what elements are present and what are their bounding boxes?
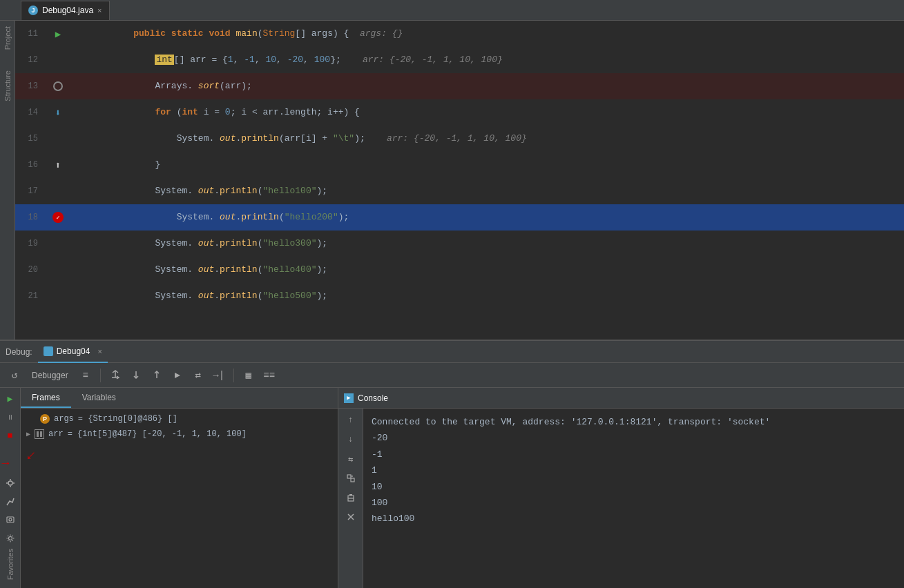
debug-tab-close[interactable]: × bbox=[97, 347, 102, 355]
line-content-17: System. out.println("hello100"); bbox=[112, 178, 904, 204]
gutter-icons-13 bbox=[41, 81, 75, 91]
run-icon-11[interactable]: ▶ bbox=[55, 28, 61, 40]
console-line-connected: Connected to the target VM, address: '12… bbox=[372, 414, 896, 430]
debug-label: Debug: bbox=[6, 347, 32, 357]
gutter-17: 17 bbox=[15, 178, 112, 204]
gutter-11: 11 ▶ bbox=[15, 21, 112, 47]
sweep-btn[interactable] bbox=[2, 493, 19, 510]
console-softref-btn[interactable] bbox=[342, 469, 360, 487]
gutter-19: 19 bbox=[15, 231, 112, 257]
line-num-16: 16 bbox=[21, 160, 38, 170]
console-up-btn[interactable]: ↑ bbox=[342, 411, 360, 429]
evaluate-btn[interactable]: ⇄ bbox=[189, 366, 207, 384]
line-content-20: System. out.println("hello400"); bbox=[112, 257, 904, 283]
gutter-icons-18: ✓ bbox=[41, 212, 75, 223]
code-line-17: 17 System. out.println("hello100"); bbox=[15, 178, 904, 204]
line-num-14: 14 bbox=[21, 108, 38, 117]
gutter-20: 20 bbox=[15, 257, 112, 283]
red-arrow-indicator: → bbox=[2, 456, 19, 470]
line-num-20: 20 bbox=[21, 265, 38, 275]
breakpoint-disabled-13[interactable] bbox=[53, 81, 63, 91]
line-content-13: Arrays. sort(arr); bbox=[112, 73, 904, 99]
code-line-18: 18 ✓ System. out.println("hello200"); bbox=[15, 204, 904, 231]
line-content-16: } bbox=[112, 152, 904, 178]
debugger-menu-btn[interactable]: ≡ bbox=[77, 366, 95, 384]
trace-btn[interactable]: →| bbox=[210, 366, 228, 384]
line-content-19: System. out.println("hello300"); bbox=[112, 231, 904, 257]
watch-btn[interactable]: ▦ bbox=[240, 366, 258, 384]
code-line-12: 12 int[] arr = {1, -1, 10, -20, 100}; ar… bbox=[15, 47, 904, 73]
svg-rect-6 bbox=[347, 475, 351, 478]
snapshot-btn[interactable] bbox=[2, 511, 19, 528]
console-body: ↑ ↓ ⇆ C bbox=[338, 409, 904, 588]
args-type-icon: P bbox=[40, 414, 50, 424]
console-icon: ▶ bbox=[344, 393, 354, 403]
favorites-label-debug: Favorites bbox=[6, 549, 15, 582]
args-eq: = {String[0]@486} [] bbox=[78, 414, 177, 424]
line-num-11: 11 bbox=[21, 29, 38, 39]
line-content-18: System. out.println("hello200"); bbox=[112, 204, 904, 231]
debugger-restart-btn[interactable]: ↺ bbox=[6, 366, 23, 384]
step-into-btn[interactable] bbox=[127, 366, 145, 384]
arr-type-icon bbox=[35, 429, 44, 439]
run-to-cursor-btn[interactable] bbox=[169, 366, 186, 384]
frames-tab[interactable]: Frames bbox=[21, 388, 71, 408]
console-panel: ▶ Console ↑ ↓ ⇆ bbox=[338, 388, 904, 588]
resume-btn[interactable]: ▶ bbox=[2, 391, 19, 407]
frames-vars-tabs: Frames Variables bbox=[21, 388, 338, 409]
project-sidebar-label[interactable]: Project bbox=[3, 23, 12, 52]
gutter-16: 16 ⬆ bbox=[15, 152, 112, 178]
console-line-2: -1 bbox=[372, 447, 896, 462]
gutter-icons-11: ▶ bbox=[41, 28, 75, 40]
debug-toolbar: ↺ Debugger ≡ ⇄ →| ▦ ≡≡ bbox=[0, 363, 904, 388]
settings-btn[interactable]: ≡≡ bbox=[260, 366, 278, 384]
structure-sidebar-label[interactable]: Structure bbox=[3, 68, 12, 104]
toolbar-sep-2 bbox=[233, 369, 234, 382]
console-toolbar: ↑ ↓ ⇆ bbox=[338, 409, 363, 588]
svg-point-2 bbox=[9, 518, 12, 521]
debug-content: ▶ ⏸ ■ → bbox=[0, 388, 904, 588]
code-line-14: 14 ⬇ for (int i = 0; i < arr.length; i++… bbox=[15, 99, 904, 126]
svg-rect-5 bbox=[40, 431, 42, 437]
svg-rect-9 bbox=[349, 494, 352, 496]
breakpoint-check-18[interactable]: ✓ bbox=[52, 212, 64, 223]
line-content-21: System. out.println("hello500"); bbox=[112, 283, 904, 309]
console-print-btn[interactable] bbox=[342, 489, 360, 507]
svg-rect-7 bbox=[351, 478, 354, 482]
line-num-17: 17 bbox=[21, 186, 38, 196]
line-content-12: int[] arr = {1, -1, 10, -20, 100}; arr: … bbox=[112, 47, 904, 73]
tab-close-button[interactable]: × bbox=[97, 6, 102, 14]
debug-tab-debug04[interactable]: Debug04 × bbox=[38, 341, 108, 363]
line-content-15: System. out.println(arr[i] + "\t"); arr:… bbox=[112, 126, 904, 152]
gutter-13: 13 bbox=[15, 73, 112, 99]
pause-btn[interactable]: ⏸ bbox=[2, 409, 19, 426]
variable-args: P args = {String[0]@486} [] bbox=[21, 411, 338, 427]
variables-content: P args = {String[0]@486} [] ▶ arr = {int… bbox=[21, 409, 338, 588]
console-title: Console bbox=[358, 393, 388, 403]
line-num-18: 18 bbox=[21, 213, 38, 222]
console-line-5: 100 bbox=[372, 495, 896, 511]
arr-expand-btn[interactable]: ▶ bbox=[26, 430, 30, 438]
tab-debug04[interactable]: J Debug04.java × bbox=[21, 1, 110, 20]
tab-label: Debug04.java bbox=[42, 6, 93, 15]
line-num-15: 15 bbox=[21, 134, 38, 144]
step-out-btn[interactable] bbox=[148, 366, 166, 384]
code-line-15: 15 System. out.println(arr[i] + "\t"); a… bbox=[15, 126, 904, 152]
svg-rect-8 bbox=[348, 498, 354, 501]
gutter-12: 12 bbox=[15, 47, 112, 73]
console-line-4: 10 bbox=[372, 479, 896, 495]
svg-rect-1 bbox=[7, 517, 14, 522]
debug-settings-btn[interactable] bbox=[2, 475, 19, 491]
stop-btn[interactable]: ■ bbox=[2, 427, 19, 444]
gutter-icons-14: ⬇ bbox=[41, 107, 75, 119]
console-clear-btn[interactable] bbox=[342, 508, 360, 526]
gutter-icons-16: ⬆ bbox=[41, 159, 75, 171]
variables-tab[interactable]: Variables bbox=[71, 388, 127, 408]
gear-btn[interactable] bbox=[2, 530, 19, 547]
arr-eq: = {int[5]@487} [-20, -1, 1, 10, 100] bbox=[68, 429, 247, 439]
console-down-btn[interactable]: ↓ bbox=[342, 431, 360, 449]
step-over-btn[interactable] bbox=[106, 366, 124, 384]
line-num-13: 13 bbox=[21, 81, 38, 91]
red-arrow-row: ↓ bbox=[21, 442, 338, 470]
console-wrap-btn[interactable]: ⇆ bbox=[342, 450, 360, 468]
